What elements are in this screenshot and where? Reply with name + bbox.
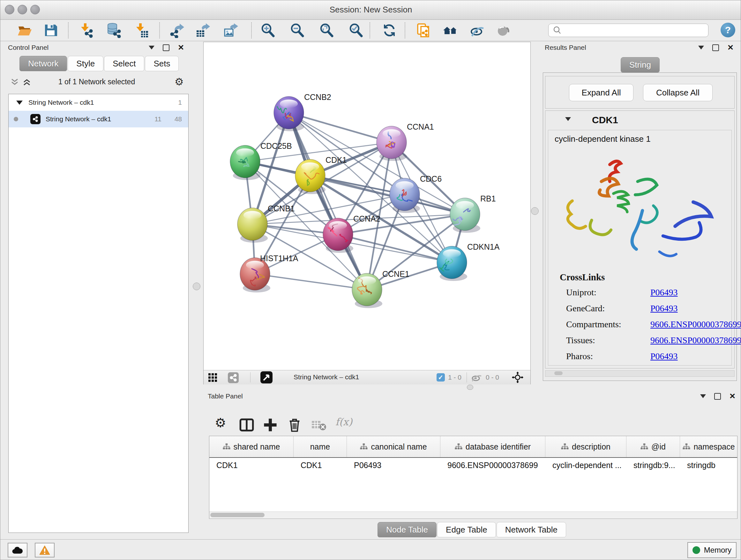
- tab-node-table[interactable]: Node Table: [378, 522, 436, 537]
- node-HIST1H1A[interactable]: [240, 258, 270, 293]
- edge-CCNB2-CCNE1[interactable]: [289, 113, 367, 290]
- node-CDC6[interactable]: [390, 178, 420, 213]
- left-splitter-grip[interactable]: [193, 283, 200, 290]
- results-scrollbar-thumb[interactable]: [554, 371, 562, 375]
- network-status-dot: [14, 117, 18, 121]
- delete-table-icon[interactable]: [311, 417, 327, 433]
- network-share-icon[interactable]: [228, 372, 239, 383]
- warning-status-button[interactable]: [35, 543, 55, 557]
- table-options-gear-icon[interactable]: ⚙: [215, 415, 230, 431]
- table-cell[interactable]: cyclin-dependent ...: [545, 461, 626, 470]
- delete-column-trash-icon[interactable]: [287, 417, 302, 433]
- panel-float-icon[interactable]: [700, 394, 706, 398]
- search-input[interactable]: [564, 26, 708, 35]
- right-splitter-grip[interactable]: [531, 207, 539, 215]
- node-CCNB1[interactable]: [238, 208, 268, 243]
- network-options-gear-icon[interactable]: ⚙: [175, 76, 184, 88]
- panel-float-icon[interactable]: [698, 46, 704, 50]
- results-scrollbar[interactable]: [545, 370, 735, 377]
- column-header-database-identifier[interactable]: database identifier: [441, 436, 545, 457]
- table-cell[interactable]: stringdb: [680, 461, 738, 470]
- grid-view-icon[interactable]: [208, 373, 218, 382]
- clone-network-icon[interactable]: [416, 23, 431, 38]
- network-tree-row[interactable]: String Network – cdk11148: [9, 111, 188, 127]
- table-cell[interactable]: 9606.ENSP00000378699: [441, 461, 545, 470]
- network-tree-row[interactable]: String Network – cdk11: [9, 94, 188, 111]
- table-scrollbar[interactable]: [209, 511, 737, 518]
- tab-string[interactable]: String: [621, 57, 660, 72]
- column-header-canonical-name[interactable]: canonical name: [347, 436, 441, 457]
- edge-CCNB2-CCNA1[interactable]: [289, 113, 392, 142]
- help-button[interactable]: ?: [721, 23, 735, 37]
- crosslink-link[interactable]: 9606.ENSP00000378699: [650, 335, 741, 346]
- import-network-file-icon[interactable]: [78, 23, 93, 38]
- column-header-description[interactable]: description: [545, 436, 626, 457]
- column-header-name[interactable]: name: [293, 436, 347, 457]
- save-session-icon[interactable]: [43, 23, 58, 38]
- collapse-section-icon[interactable]: [565, 117, 571, 121]
- node-CCNA2[interactable]: [323, 218, 353, 253]
- panel-close-icon[interactable]: ✕: [727, 44, 734, 51]
- tree-expander-icon[interactable]: [16, 101, 23, 105]
- crosslink-link[interactable]: 9606.ENSP00000378699: [650, 319, 741, 329]
- create-column-plus-icon[interactable]: [263, 417, 278, 433]
- refresh-icon[interactable]: [382, 23, 397, 38]
- node-CCNB2[interactable]: [274, 97, 304, 131]
- table-scrollbar-thumb[interactable]: [210, 513, 265, 517]
- export-network-icon[interactable]: [170, 23, 185, 38]
- node-RB1[interactable]: [450, 198, 480, 233]
- panel-float-icon[interactable]: [149, 46, 154, 50]
- birds-eye-view-icon[interactable]: [260, 371, 273, 383]
- export-table-icon[interactable]: [195, 23, 211, 38]
- table-cell[interactable]: P06493: [347, 461, 441, 470]
- panel-maximize-icon[interactable]: [712, 44, 719, 51]
- table-cell[interactable]: stringdb:9...: [626, 461, 680, 470]
- zoom-out-icon[interactable]: [289, 23, 305, 38]
- memory-button[interactable]: Memory: [687, 542, 737, 558]
- crosslink-link[interactable]: P06493: [650, 287, 678, 298]
- table-cell[interactable]: CDK1: [209, 461, 293, 470]
- import-network-database-icon[interactable]: [106, 23, 121, 38]
- show-hide-eye-icon[interactable]: [469, 23, 485, 38]
- first-neighbors-home-icon[interactable]: [443, 23, 458, 38]
- selected-checkbox-icon[interactable]: ✓: [436, 373, 445, 381]
- edge-HIST1H1A-CCNE1[interactable]: [255, 274, 367, 290]
- tab-edge-table[interactable]: Edge Table: [437, 522, 496, 537]
- tab-network-table[interactable]: Network Table: [496, 522, 566, 537]
- node-CDC25B[interactable]: [230, 145, 260, 180]
- node-CCNE1[interactable]: [352, 273, 382, 308]
- network-canvas[interactable]: CCNB2CCNA1CDC25BCDK1CDC6CCNB1CCNA2HIST1H…: [204, 42, 530, 370]
- open-session-icon[interactable]: [17, 23, 32, 38]
- bottom-splitter-grip[interactable]: [467, 385, 473, 390]
- panel-close-icon[interactable]: ✕: [178, 44, 184, 51]
- column-header-namespace[interactable]: namespace: [680, 436, 738, 457]
- preview-eye-icon[interactable]: [495, 23, 511, 38]
- fit-selected-crosshair-icon[interactable]: [512, 372, 523, 383]
- export-image-icon[interactable]: [223, 23, 239, 38]
- crosslink-link[interactable]: P06493: [650, 303, 678, 314]
- crosslink-link[interactable]: P06493: [650, 351, 678, 361]
- zoom-fit-icon[interactable]: [319, 23, 334, 38]
- node-CDK1[interactable]: [295, 159, 326, 194]
- table-row[interactable]: CDK1CDK1P064939606.ENSP00000378699cyclin…: [209, 458, 737, 473]
- tab-network[interactable]: Network: [19, 56, 67, 71]
- table-cell[interactable]: CDK1: [293, 461, 347, 470]
- tab-style[interactable]: Style: [68, 56, 104, 71]
- tab-select[interactable]: Select: [104, 56, 144, 71]
- column-header-shared-name[interactable]: shared name: [209, 436, 293, 457]
- panel-maximize-icon[interactable]: [163, 44, 170, 51]
- tab-sets[interactable]: Sets: [145, 56, 179, 71]
- import-table-file-icon[interactable]: [133, 23, 149, 38]
- panel-maximize-icon[interactable]: [714, 393, 721, 400]
- show-columns-icon[interactable]: [239, 417, 254, 433]
- panel-close-icon[interactable]: ✕: [729, 393, 736, 399]
- expand-all-button[interactable]: Expand All: [569, 84, 633, 101]
- column-header--id[interactable]: @id: [626, 436, 680, 457]
- cloud-status-button[interactable]: [8, 543, 27, 557]
- gene-section-header[interactable]: CDK1: [545, 111, 734, 129]
- node-CDKN1A[interactable]: [437, 246, 467, 281]
- zoom-selected-icon[interactable]: [348, 23, 363, 38]
- collapse-all-button[interactable]: Collapse All: [643, 84, 713, 101]
- node-CCNA1[interactable]: [377, 126, 407, 161]
- zoom-in-icon[interactable]: [260, 23, 275, 38]
